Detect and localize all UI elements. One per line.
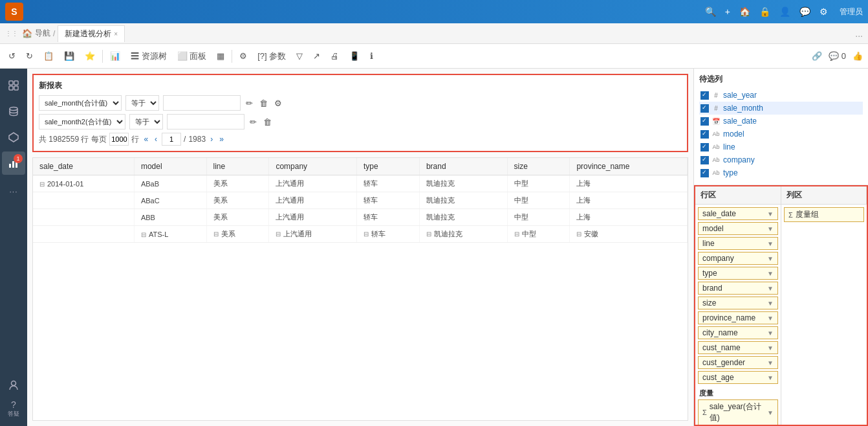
home-icon[interactable]: 🏠	[739, 6, 750, 17]
share-icon[interactable]: 🔗	[812, 51, 822, 61]
dim-dropdown-icon[interactable]: ▼	[767, 225, 774, 232]
dim-cust-gender[interactable]: cust_gender ▼	[698, 356, 778, 369]
comment-icon[interactable]: 💬 0	[829, 51, 846, 61]
filter-field-2[interactable]: sale_month2(合计值)	[39, 114, 125, 129]
row-area-title: 行区	[695, 186, 781, 204]
dim-dropdown-icon[interactable]: ▼	[767, 344, 774, 352]
sidebar-item-database[interactable]	[2, 100, 25, 123]
copy-button[interactable]: 📋	[40, 49, 57, 63]
dim-size[interactable]: size ▼	[698, 297, 778, 309]
filter-edit-icon-2[interactable]: ✏	[248, 116, 258, 128]
dim-cust-age[interactable]: cust_age ▼	[698, 371, 778, 384]
next-page-btn[interactable]: ›	[208, 134, 215, 144]
dim-dropdown-icon[interactable]: ▼	[767, 285, 774, 292]
current-page-input[interactable]	[162, 133, 181, 146]
last-page-btn[interactable]: »	[217, 134, 226, 144]
filter-edit-icon-1[interactable]: ✏	[244, 97, 254, 109]
filter-operator-2[interactable]: 等于	[129, 114, 163, 129]
cell-sale-date: ⊟2014-01-01	[33, 175, 134, 192]
field-checkbox-sale-year[interactable]	[700, 91, 709, 100]
info-button[interactable]: ℹ	[367, 49, 376, 63]
dim-dropdown-icon[interactable]: ▼	[767, 240, 774, 247]
dim-brand[interactable]: brand ▼	[698, 282, 778, 295]
field-checkbox-sale-date[interactable]	[700, 117, 709, 126]
prev-page-btn[interactable]: ‹	[153, 134, 159, 144]
chart-button[interactable]: 📊	[107, 49, 124, 63]
filter-delete-icon-1[interactable]: 🗑	[258, 97, 269, 109]
per-page-input[interactable]	[109, 133, 129, 146]
field-checkbox-model[interactable]	[700, 130, 709, 139]
dim-model[interactable]: model ▼	[698, 222, 778, 235]
undo-button[interactable]: ↺	[5, 49, 19, 63]
filter-delete-icon-2[interactable]: 🗑	[262, 116, 273, 128]
sidebar-item-layout[interactable]	[2, 74, 25, 97]
export-button[interactable]: ↗	[310, 49, 323, 63]
settings-button[interactable]: ⚙	[236, 49, 250, 63]
col-measure-group[interactable]: Σ 度量组	[784, 207, 864, 222]
mobile-button[interactable]: 📱	[346, 49, 363, 63]
field-checkbox-line[interactable]	[700, 143, 709, 151]
sidebar-item-component[interactable]	[2, 126, 25, 149]
sidebar-item-chart[interactable]: 1	[2, 151, 25, 175]
measure-sale-year[interactable]: Σ sale_year(合计值) ▼	[698, 399, 778, 425]
dim-type[interactable]: type ▼	[698, 267, 778, 280]
add-icon[interactable]: +	[725, 6, 730, 17]
data-table: sale_date model line company type brand …	[33, 158, 688, 243]
filter-value-1[interactable]	[163, 95, 241, 111]
dim-dropdown-icon[interactable]: ▼	[767, 315, 774, 322]
user-circle-icon[interactable]: 👤	[779, 6, 790, 17]
tab-home-icon[interactable]: 🏠	[22, 28, 32, 38]
dim-city-name[interactable]: city_name ▼	[698, 326, 778, 339]
tab-more-btn[interactable]: ...	[855, 28, 863, 39]
dim-dropdown-icon[interactable]: ▼	[767, 300, 774, 307]
like-icon[interactable]: 👍	[852, 51, 863, 61]
tab-close-btn[interactable]: ×	[114, 30, 118, 38]
resource-tree-button[interactable]: ☰ 资源树	[127, 49, 170, 64]
panel-button[interactable]: ⬜ 面板	[174, 49, 210, 64]
dim-dropdown-icon[interactable]: ▼	[767, 359, 774, 366]
cell-province: 上海	[570, 209, 688, 226]
field-checkbox-type[interactable]	[700, 169, 709, 177]
col-header-type: type	[357, 158, 420, 175]
print-button[interactable]: 🖨	[327, 49, 342, 63]
dim-cust-name[interactable]: cust_name ▼	[698, 341, 778, 354]
search-icon[interactable]: 🔍	[705, 6, 716, 17]
cell-brand: 凯迪拉克	[419, 175, 507, 192]
filter-value-2[interactable]	[167, 114, 244, 129]
measure-dropdown-icon[interactable]: ▼	[767, 409, 774, 416]
settings-nav-icon[interactable]: ⚙	[819, 6, 828, 17]
filter-settings-icon-1[interactable]: ⚙	[273, 97, 283, 109]
params-button[interactable]: [?] 参数	[254, 49, 289, 64]
sidebar-item-user[interactable]	[2, 374, 25, 397]
first-page-btn[interactable]: «	[142, 134, 150, 144]
cell-line: 美系	[206, 209, 269, 226]
field-name-sale-year: sale_year	[723, 91, 757, 100]
field-checkbox-sale-month[interactable]	[700, 104, 709, 113]
filter-field-1[interactable]: sale_month(合计值)	[39, 95, 122, 111]
save-button[interactable]: 💾	[61, 49, 78, 63]
dim-dropdown-icon[interactable]: ▼	[767, 270, 774, 277]
col-measure-name: 度量组	[796, 209, 819, 220]
dim-dropdown-icon[interactable]: ▼	[767, 255, 774, 262]
left-sidebar: 1 ··· ? 答疑	[0, 69, 27, 426]
dim-sale-date[interactable]: sale_date ▼	[698, 207, 778, 220]
filter-operator-1[interactable]: 等于	[125, 95, 159, 111]
lock-icon[interactable]: 🔒	[759, 6, 770, 17]
sidebar-item-more[interactable]: ···	[2, 180, 25, 203]
dim-dropdown-icon[interactable]: ▼	[767, 374, 774, 381]
dim-dropdown-icon[interactable]: ▼	[767, 330, 774, 337]
dim-dropdown-icon[interactable]: ▼	[767, 210, 774, 218]
dim-line[interactable]: line ▼	[698, 237, 778, 250]
svg-point-4	[10, 107, 17, 111]
field-type-ab-icon: Ab	[711, 131, 721, 137]
message-icon[interactable]: 💬	[799, 6, 810, 17]
redo-button[interactable]: ↻	[23, 49, 36, 63]
field-checkbox-company[interactable]	[700, 156, 709, 164]
sidebar-item-help[interactable]: ? 答疑	[2, 397, 25, 421]
active-tab[interactable]: 新建透视分析 ×	[58, 25, 125, 42]
grid-button[interactable]: ▦	[213, 49, 228, 63]
dim-province-name[interactable]: province_name ▼	[698, 311, 778, 324]
filter-button[interactable]: ▽	[293, 49, 306, 63]
dim-company[interactable]: company ▼	[698, 252, 778, 265]
star-button[interactable]: ⭐	[81, 49, 98, 63]
